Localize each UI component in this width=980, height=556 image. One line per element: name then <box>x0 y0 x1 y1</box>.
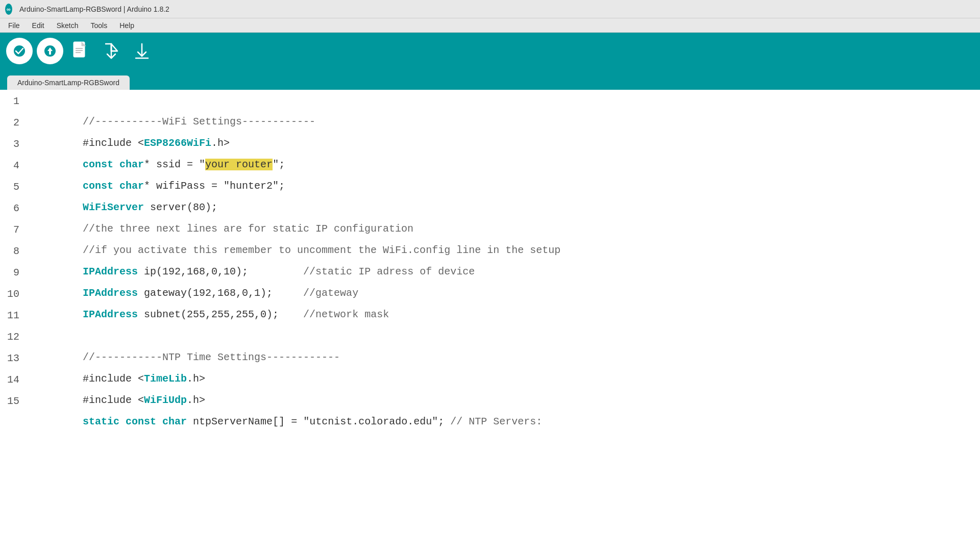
save-button[interactable] <box>129 38 155 64</box>
ln-4: 4 <box>0 154 26 175</box>
menu-edit[interactable]: Edit <box>26 19 51 32</box>
arduino-logo: ∞ <box>5 4 12 15</box>
toolbar <box>0 33 980 69</box>
menu-file[interactable]: File <box>2 19 26 32</box>
ln-9: 9 <box>0 261 26 283</box>
svg-marker-8 <box>111 44 117 51</box>
ln-7: 7 <box>0 218 26 240</box>
ln-2: 2 <box>0 111 26 133</box>
menu-sketch[interactable]: Sketch <box>51 19 85 32</box>
new-button[interactable] <box>67 38 94 64</box>
ln-15: 15 <box>0 390 26 411</box>
ln-8: 8 <box>0 240 26 261</box>
ln-12: 12 <box>0 325 26 347</box>
open-button[interactable] <box>98 38 125 64</box>
ln-6: 6 <box>0 197 26 218</box>
new-file-icon <box>71 41 90 61</box>
editor[interactable]: 1 2 3 4 5 6 7 8 9 10 11 12 13 14 15 //--… <box>0 90 980 556</box>
code-line-1: //-----------WiFi Settings------------ <box>34 90 980 111</box>
window-title: Arduino-SmartLamp-RGBSword | Arduino 1.8… <box>19 5 169 13</box>
ln-5: 5 <box>0 175 26 197</box>
verify-button[interactable] <box>6 38 33 64</box>
app-icon: ∞ <box>5 4 15 14</box>
ln-13: 13 <box>0 347 26 368</box>
menu-bar: File Edit Sketch Tools Help <box>0 18 980 33</box>
ln-14: 14 <box>0 368 26 390</box>
verify-icon <box>13 44 26 58</box>
code-content[interactable]: //-----------WiFi Settings------------ #… <box>26 90 980 556</box>
ln-3: 3 <box>0 133 26 154</box>
save-icon <box>132 42 152 60</box>
line-numbers: 1 2 3 4 5 6 7 8 9 10 11 12 13 14 15 <box>0 90 26 556</box>
svg-point-0 <box>13 45 26 57</box>
menu-help[interactable]: Help <box>113 19 140 32</box>
upload-icon <box>43 44 57 58</box>
open-icon <box>101 42 121 60</box>
ln-1: 1 <box>0 90 26 111</box>
highlighted-text: your router <box>205 159 273 170</box>
title-bar: ∞ Arduino-SmartLamp-RGBSword | Arduino 1… <box>0 0 980 18</box>
tab-area: Arduino-SmartLamp-RGBSword <box>0 69 980 90</box>
upload-button[interactable] <box>37 38 63 64</box>
editor-tab[interactable]: Arduino-SmartLamp-RGBSword <box>7 75 130 90</box>
ln-11: 11 <box>0 304 26 325</box>
code-line-12: //-----------NTP Time Settings----------… <box>34 325 980 347</box>
ln-10: 10 <box>0 283 26 304</box>
menu-tools[interactable]: Tools <box>85 19 114 32</box>
